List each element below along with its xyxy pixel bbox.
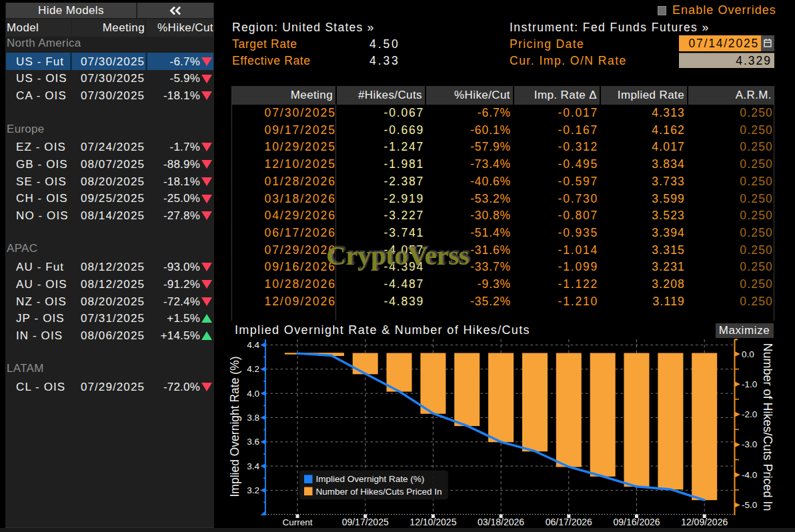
svg-text:-4.0: -4.0 bbox=[742, 470, 757, 480]
svg-text:-3.0: -3.0 bbox=[742, 439, 757, 449]
svg-text:Number of Hikes/Cuts Priced In: Number of Hikes/Cuts Priced In bbox=[316, 487, 442, 497]
svg-text:4.4: 4.4 bbox=[247, 340, 259, 350]
svg-text:Implied Overnight Rate (%): Implied Overnight Rate (%) bbox=[228, 356, 241, 497]
svg-text:09/17/2025: 09/17/2025 bbox=[342, 517, 389, 527]
svg-text:3.2: 3.2 bbox=[247, 485, 259, 495]
svg-text:-1.0: -1.0 bbox=[742, 379, 757, 389]
svg-text:-2.0: -2.0 bbox=[742, 409, 757, 419]
svg-text:12/09/2026: 12/09/2026 bbox=[681, 517, 728, 527]
svg-text:03/18/2026: 03/18/2026 bbox=[478, 517, 524, 527]
svg-text:Implied Overnight Rate (%): Implied Overnight Rate (%) bbox=[316, 474, 425, 484]
svg-text:06/17/2026: 06/17/2026 bbox=[546, 517, 592, 527]
svg-text:09/16/2026: 09/16/2026 bbox=[613, 517, 660, 527]
svg-text:3.8: 3.8 bbox=[247, 413, 259, 423]
svg-text:3.6: 3.6 bbox=[247, 437, 259, 447]
svg-text:Number of Hikes/Cuts Priced In: Number of Hikes/Cuts Priced In bbox=[761, 343, 774, 511]
svg-text:-5.0: -5.0 bbox=[742, 500, 757, 510]
svg-text:3.4: 3.4 bbox=[247, 461, 259, 471]
svg-text:4.2: 4.2 bbox=[247, 364, 259, 374]
svg-text:Current: Current bbox=[282, 517, 312, 527]
svg-text:0.0: 0.0 bbox=[742, 349, 754, 359]
svg-text:4.0: 4.0 bbox=[247, 389, 259, 399]
svg-text:12/10/2025: 12/10/2025 bbox=[410, 517, 456, 527]
